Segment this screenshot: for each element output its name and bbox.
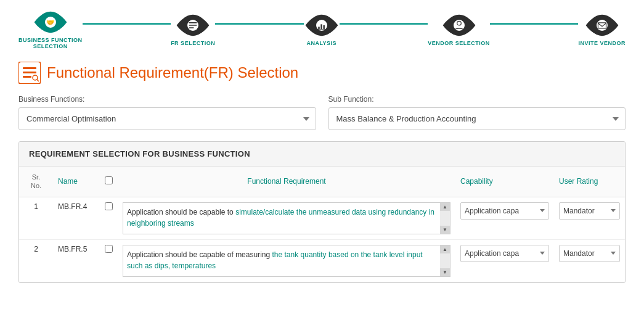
form-row: Business Functions: Commercial Optimisat… — [18, 95, 626, 130]
requirement-table-section: REQUIREMENT SELECTION FOR BUSINESS FUNCT… — [18, 141, 626, 283]
step-icon-business-function: 🤝 — [33, 11, 68, 33]
step-label-invite-vendor: INVITE VENDOR — [578, 40, 626, 46]
svg-point-19 — [33, 75, 38, 80]
step-vendor-selection[interactable]: VENDOR SELECTION — [428, 14, 490, 46]
svg-rect-5 — [189, 27, 194, 28]
row-1-fr-cell: Application should be capable to simulat… — [118, 197, 455, 239]
col-fr: Functional Requirement — [118, 167, 455, 197]
svg-text:🤝: 🤝 — [46, 19, 55, 27]
row-1-checkbox[interactable] — [105, 202, 113, 210]
row-2-checkbox-cell — [99, 239, 118, 282]
row-1-capability-cell: Application capa — [455, 197, 554, 239]
row-1-scroll-up[interactable]: ▲ — [440, 203, 450, 211]
requirements-table: Sr.No. Name Functional Requirement Capab… — [19, 167, 625, 282]
table-row: 1 MB.FR.4 Application should be capable … — [19, 197, 625, 239]
table-wrapper: Sr.No. Name Functional Requirement Capab… — [19, 167, 625, 282]
svg-rect-7 — [318, 27, 319, 29]
connector-2 — [215, 23, 304, 25]
row-2-capability-cell: Application capa — [455, 239, 554, 282]
sub-function-select[interactable]: Mass Balance & Production Accounting — [328, 107, 626, 130]
row-2-sr: 2 — [19, 239, 53, 282]
stepper: 🤝 BUSINESS FUNCTION SELECTION FR SELECTI… — [0, 0, 644, 56]
table-header-row: Sr.No. Name Functional Requirement Capab… — [19, 167, 625, 197]
sub-function-label: Sub Function: — [328, 95, 626, 104]
row-2-rating-select[interactable]: Mandator — [559, 245, 620, 262]
col-sr: Sr.No. — [19, 167, 53, 197]
business-function-group: Business Functions: Commercial Optimisat… — [18, 95, 316, 130]
connector-4 — [490, 23, 579, 25]
step-icon-invite-vendor — [584, 14, 620, 36]
business-function-select[interactable]: Commercial Optimisation — [18, 107, 316, 130]
sub-function-group: Sub Function: Mass Balance & Production … — [328, 95, 626, 130]
svg-rect-9 — [323, 25, 324, 30]
col-capability: Capability — [455, 167, 554, 197]
svg-rect-16 — [23, 67, 36, 69]
page-title-row: Functional Requirement(FR) Selection — [18, 62, 626, 84]
step-analysis[interactable]: ANALYSIS — [304, 14, 340, 46]
svg-rect-17 — [23, 72, 36, 73]
step-label-analysis: ANALYSIS — [306, 40, 336, 46]
svg-line-20 — [37, 80, 39, 81]
col-name: Name — [53, 167, 99, 197]
svg-rect-8 — [320, 24, 322, 29]
col-user-rating: User Rating — [554, 167, 625, 197]
page-title: Functional Requirement(FR) Selection — [47, 64, 298, 81]
step-icon-analysis — [304, 14, 340, 36]
row-2-scroll-down[interactable]: ▼ — [440, 268, 450, 276]
row-1-scroll-down[interactable]: ▼ — [440, 226, 450, 234]
col-checkbox-header — [99, 167, 118, 197]
step-icon-vendor-selection — [441, 14, 477, 36]
table-row: 2 MB.FR.5 Application should be capable … — [19, 239, 625, 282]
row-1-scroll-arrows: ▲ ▼ — [440, 203, 450, 234]
row-2-scroll-arrows: ▲ ▼ — [440, 245, 450, 276]
row-2-fr-cell: Application should be capable of measuri… — [118, 239, 455, 282]
table-section-header: REQUIREMENT SELECTION FOR BUSINESS FUNCT… — [19, 142, 625, 167]
step-label-vendor-selection: VENDOR SELECTION — [428, 40, 490, 46]
row-1-capability-select[interactable]: Application capa — [460, 202, 549, 220]
row-1-checkbox-cell — [99, 197, 118, 239]
row-1-name: MB.FR.4 — [53, 197, 99, 239]
connector-3 — [340, 23, 428, 25]
page-content: Functional Requirement(FR) Selection Bus… — [0, 56, 644, 289]
connector-1 — [83, 23, 171, 25]
row-2-name: MB.FR.5 — [53, 239, 99, 282]
svg-rect-3 — [189, 22, 197, 23]
row-1-sr: 1 — [19, 197, 53, 239]
row-2-rating-cell: Mandator — [554, 239, 625, 282]
business-function-label: Business Functions: — [18, 95, 316, 104]
row-2-checkbox[interactable] — [105, 245, 113, 253]
step-icon-fr-selection — [175, 14, 211, 36]
row-1-rating-cell: Mandator — [554, 197, 625, 239]
row-2-fr-text: Application should be capable of measuri… — [123, 245, 450, 277]
svg-rect-4 — [189, 25, 197, 26]
step-label-fr-selection: FR SELECTION — [171, 40, 215, 46]
row-2-scroll-up[interactable]: ▲ — [440, 245, 450, 253]
row-1-fr-text: Application should be capable to simulat… — [123, 202, 450, 234]
svg-rect-18 — [23, 76, 31, 78]
row-2-capability-select[interactable]: Application capa — [460, 245, 549, 262]
select-all-checkbox[interactable] — [105, 176, 113, 184]
step-fr-selection[interactable]: FR SELECTION — [171, 14, 215, 46]
row-1-rating-select[interactable]: Mandator — [559, 202, 620, 220]
step-invite-vendor[interactable]: INVITE VENDOR — [578, 14, 626, 46]
step-label-business-function: BUSINESS FUNCTION SELECTION — [18, 37, 83, 49]
step-business-function[interactable]: 🤝 BUSINESS FUNCTION SELECTION — [18, 11, 83, 49]
fr-selection-icon — [18, 62, 41, 84]
